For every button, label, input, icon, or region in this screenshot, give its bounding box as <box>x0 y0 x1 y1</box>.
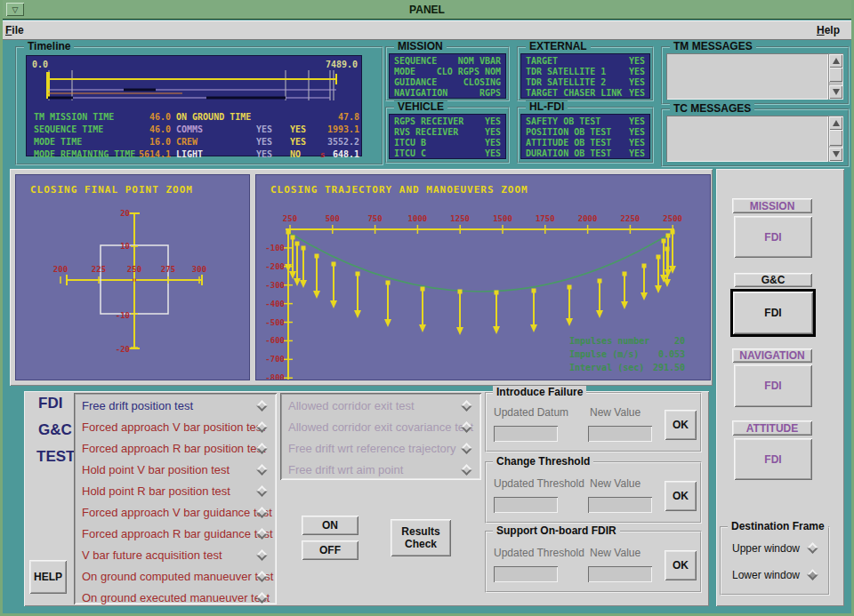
x-tick-label: 250 <box>127 265 141 274</box>
scroll-thumb[interactable] <box>829 68 842 82</box>
updated-threshold-input[interactable] <box>494 566 558 582</box>
tc-messages-list[interactable] <box>666 116 828 162</box>
change-threshold-ok-button[interactable]: OK <box>665 481 697 511</box>
nav-gc-label-button[interactable]: G&C <box>734 273 812 287</box>
upper-window-label: Upper window <box>732 542 800 555</box>
test-toggle[interactable] <box>256 400 268 412</box>
change-threshold-group: Change Threshold Updated Threshold New V… <box>485 461 702 524</box>
results-check-button[interactable]: Results Check <box>391 519 451 556</box>
timeline-cell: 16.0 <box>110 136 171 148</box>
test-item-disabled[interactable]: Allowed corridor exit test <box>280 396 481 417</box>
test-toggle[interactable] <box>256 485 268 497</box>
menu-help[interactable]: Help <box>811 21 845 39</box>
nav-mission-fdi-button[interactable]: FDI <box>734 216 812 258</box>
nav-mission-label-button[interactable]: MISSION <box>732 198 812 213</box>
status-value: YES <box>485 148 501 159</box>
test-item[interactable]: Forced approach R bar position test <box>74 438 277 460</box>
on-button[interactable]: ON <box>302 516 359 535</box>
x-tick-label: 250 <box>283 214 297 223</box>
new-value-input[interactable] <box>588 566 652 582</box>
nav-navigation-fdi-button[interactable]: FDI <box>734 364 812 407</box>
test-item-disabled[interactable]: Free drift wrt aim point <box>280 460 481 481</box>
introduce-failure-ok-button[interactable]: OK <box>665 410 697 440</box>
status-label: RVS RECEIVER <box>394 127 458 138</box>
y-tick-label: -100 <box>265 244 285 252</box>
status-value: YES <box>629 67 645 77</box>
timeline-cell: 5614.1 <box>110 148 171 161</box>
test-item[interactable]: On ground executed manueuver test <box>74 588 277 609</box>
test-item[interactable]: On ground computed manueuver test <box>74 566 277 588</box>
tc-messages-title: TC MESSAGES <box>670 102 754 115</box>
test-toggle[interactable] <box>461 464 472 476</box>
test-toggle[interactable] <box>461 443 472 454</box>
tm-messages-scrollbar[interactable] <box>828 53 843 100</box>
nav-attitude-label: ATTITUDE <box>746 422 798 435</box>
test-item[interactable]: Forced approach V bar guidance test <box>74 502 277 524</box>
stat-label: Interval (sec) <box>569 363 644 372</box>
test-item-disabled[interactable]: Free drift wrt reference trajectory <box>280 438 481 460</box>
timeline-start: 0.0 <box>32 60 48 69</box>
trajectory-zoom-plot: CLOSING TRAJECTORY AND MANOEUVERS ZOOM 2… <box>255 174 711 380</box>
y-tick-label: -20 <box>116 345 130 354</box>
status-row: MODECLO RGPS NOM <box>390 67 505 77</box>
status-row: DURATION OB TESTYES <box>521 148 649 159</box>
off-button[interactable]: OFF <box>302 540 359 560</box>
new-value-input[interactable] <box>588 497 652 513</box>
x-tick-label: 2500 <box>663 214 682 223</box>
ok-label: OK <box>673 419 689 431</box>
scroll-down-button[interactable] <box>829 85 842 99</box>
scroll-up-button[interactable] <box>829 54 842 68</box>
x-tick-label: 1250 <box>450 214 470 223</box>
support-onboard-fdir-ok-button[interactable]: OK <box>665 550 697 580</box>
mission-console: SEQUENCENOM VBARMODECLO RGPS NOMGUIDANCE… <box>389 53 506 99</box>
tm-messages-title: TM MESSAGES <box>670 40 756 52</box>
test-toggle[interactable] <box>461 400 472 412</box>
menu-file[interactable]: File <box>0 21 29 39</box>
new-value-input[interactable] <box>588 426 652 442</box>
test-toggle[interactable] <box>256 464 268 476</box>
help-button[interactable]: HELP <box>29 560 67 594</box>
help-button-label: HELP <box>34 571 62 583</box>
timeline-cell: COMMS <box>176 124 203 136</box>
test-toggle[interactable] <box>256 549 268 561</box>
test-item-disabled[interactable]: Allowed corridor exit covariance test <box>280 417 481 438</box>
x-tick-label: 275 <box>161 265 175 274</box>
on-button-label: ON <box>322 519 338 532</box>
lower-window-toggle[interactable] <box>807 569 818 580</box>
test-item[interactable]: Forced approach V bar position test <box>74 417 277 438</box>
test-item-label: Free drift wrt aim point <box>288 463 403 476</box>
test-item[interactable]: Hold point V bar position test <box>74 460 277 481</box>
nav-attitude-fdi-button[interactable]: FDI <box>734 438 812 480</box>
status-label: ITCU C <box>394 148 426 159</box>
y-tick-label: -700 <box>265 355 285 364</box>
down-arrow-icon <box>833 151 840 157</box>
status-label: ATTITUDE OB TEST <box>526 138 611 148</box>
nav-navigation-label-button[interactable]: NAVIGATION <box>732 348 812 363</box>
tests-heading-gc: G&C <box>38 421 72 439</box>
vehicle-group-title: VEHICLE <box>394 100 447 113</box>
final-point-zoom-canvas: CLOSING FINAL POINT ZOOM 200225250275300… <box>16 175 249 380</box>
updated-threshold-input[interactable] <box>494 497 558 513</box>
timeline-cell: YES <box>256 124 272 136</box>
impulse-arrowhead <box>330 300 337 308</box>
timeline-readouts: TM MISSION TIME46.0ON GROUND TIME47.8SEQ… <box>27 109 361 161</box>
test-item[interactable]: Free drift position test <box>74 396 277 417</box>
tm-messages-list[interactable] <box>666 53 828 100</box>
nav-attitude-label-button[interactable]: ATTITUDE <box>732 420 812 436</box>
tc-messages-scrollbar[interactable] <box>828 116 843 162</box>
upper-window-toggle[interactable] <box>807 542 818 554</box>
test-item[interactable]: Hold point R bar position test <box>74 481 277 502</box>
scroll-up-button[interactable] <box>829 116 842 130</box>
updated-datum-input[interactable] <box>494 426 558 442</box>
scroll-thumb[interactable] <box>829 130 842 146</box>
status-label: TDR SATELLITE 1 <box>526 67 606 77</box>
test-item-label: Forced approach V bar guidance test <box>82 506 272 519</box>
test-item[interactable]: Forced approach R bar guidance test <box>74 524 277 545</box>
nav-gc-fdi-button[interactable]: FDI <box>733 292 813 334</box>
introduce-failure-title: Introduce Failure <box>493 386 586 398</box>
destination-frame-group: Destination Frame Upper window Lower win… <box>720 526 830 596</box>
scroll-down-button[interactable] <box>829 148 842 161</box>
updated-datum-label: Updated Datum <box>494 406 568 419</box>
nav-mission-fdi-label: FDI <box>764 231 781 244</box>
test-item[interactable]: V bar future acquisition test <box>74 545 277 566</box>
